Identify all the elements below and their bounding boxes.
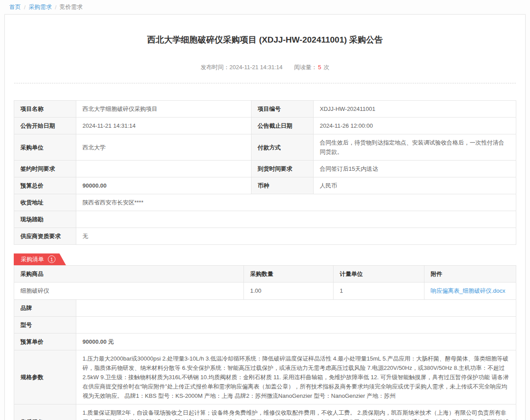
breadcrumb-current-page: 竞价需求 — [59, 3, 82, 11]
table-row: 细胞破碎仪 1.00 1 响应偏离表_细胞破碎仪.docx — [14, 283, 516, 299]
site-visit-value — [76, 211, 516, 228]
table-row: 公告开始日期 2024-11-21 14:31:14 公告截止日期 2024-1… — [14, 118, 516, 134]
table-row: 收货地址 陕西省西安市长安区**** — [14, 194, 516, 211]
delivery-time-value: 合同签订后15天内送达 — [314, 161, 516, 177]
model-label: 型号 — [14, 316, 76, 333]
specs-label: 规格参数 — [14, 350, 76, 404]
table-row: 现场踏勘 — [14, 211, 516, 228]
sign-time-value — [76, 161, 251, 177]
project-name-label: 项目名称 — [14, 101, 76, 118]
table-row: 型号 — [14, 316, 516, 333]
budget-total-value: 90000.00 — [76, 177, 251, 194]
breadcrumb-purchase-demand-link[interactable]: 采购需求 — [29, 3, 52, 11]
announce-start-value: 2024-11-21 14:31:14 — [76, 118, 251, 134]
after-sales-value: 1.质量保证期限2年，自设备现场验收之日起计算；设备终身免费维护，维修仅收取配件… — [76, 404, 516, 420]
col-header-unit: 计量单位 — [334, 266, 424, 283]
delivery-address-label: 收货地址 — [14, 194, 76, 211]
unit-price-value: 90000.00 元 — [76, 333, 516, 350]
purchase-list-ribbon-label: 采购清单 — [21, 255, 44, 263]
table-row: 采购单位 西北大学 付款方式 合同生效后，待货物到达指定地点、安装调试验收合格后… — [14, 134, 516, 161]
col-header-product: 采购商品 — [14, 266, 244, 283]
unit-price-label: 预算单价 — [14, 333, 76, 350]
breadcrumb-separator: / — [24, 4, 26, 11]
col-header-quantity: 采购数量 — [244, 266, 334, 283]
brand-value — [76, 299, 516, 316]
currency-value: 人民币 — [314, 177, 516, 194]
payment-method-value: 合同生效后，待货物到达指定地点、安装调试验收合格后，一次性付清合同货款。 — [314, 134, 516, 161]
supplier-qualification-label: 供应商资质要求 — [14, 228, 76, 245]
supplier-qualification-value: 无 — [76, 228, 516, 245]
project-code-label: 项目编号 — [251, 101, 314, 118]
announce-start-label: 公告开始日期 — [14, 118, 76, 134]
after-sales-label: 售后服务 — [14, 404, 76, 420]
views-count: 5 — [317, 64, 322, 71]
project-name-value: 西北大学细胞破碎仪采购项目 — [76, 101, 251, 118]
delivery-time-label: 到货时间要求 — [251, 161, 314, 177]
purchase-list-ribbon: 采购清单 1 — [14, 253, 66, 265]
publish-time-value: 2024-11-21 14:31:14 — [229, 64, 283, 71]
purchase-list-table: 采购商品 采购数量 计量单位 附件 细胞破碎仪 1.00 1 响应偏离表_细胞破… — [14, 265, 516, 420]
sign-time-label: 签约时间要求 — [14, 161, 76, 177]
purchaser-label: 采购单位 — [14, 134, 76, 161]
publish-time-label: 发布时间： — [200, 64, 229, 71]
currency-label: 币种 — [251, 177, 314, 194]
announcement-meta: 发布时间：2024-11-21 14:31:14阅读量：5 次 — [5, 63, 525, 71]
table-header-row: 采购商品 采购数量 计量单位 附件 — [14, 266, 516, 283]
model-value — [76, 316, 516, 333]
table-row: 签约时间要求 到货时间要求 合同签订后15天内送达 — [14, 161, 516, 177]
breadcrumb-separator: / — [55, 4, 57, 11]
project-code-value: XDJJ-HW-202411001 — [314, 101, 516, 118]
payment-method-label: 付款方式 — [251, 134, 314, 161]
table-row: 预算总价 90000.00 币种 人民币 — [14, 177, 516, 194]
col-header-attachment: 附件 — [424, 266, 516, 283]
table-row: 售后服务 1.质量保证期限2年，自设备现场验收之日起计算；设备终身免费维护，维修… — [14, 404, 516, 420]
views-label: 阅读量： — [294, 64, 317, 71]
item-unit-value: 1 — [334, 283, 424, 299]
attachment-link[interactable]: 响应偏离表_细胞破碎仪.docx — [431, 287, 505, 294]
item-quantity-value: 1.00 — [244, 283, 334, 299]
announcement-card: 西北大学细胞破碎仪采购项目 (XDJJ-HW-202411001) 采购公告 发… — [4, 14, 526, 420]
site-visit-label: 现场踏勘 — [14, 211, 76, 228]
table-row: 预算单价 90000.00 元 — [14, 333, 516, 350]
purchaser-value: 西北大学 — [76, 134, 251, 161]
announce-end-label: 公告截止日期 — [251, 118, 314, 134]
announcement-body: 项目名称 西北大学细胞破碎仪采购项目 项目编号 XDJJ-HW-20241100… — [5, 83, 525, 420]
page-title: 西北大学细胞破碎仪采购项目 (XDJJ-HW-202411001) 采购公告 — [5, 34, 525, 46]
announcement-header: 西北大学细胞破碎仪采购项目 (XDJJ-HW-202411001) 采购公告 发… — [5, 15, 525, 71]
announce-end-value: 2024-11-26 12:00:00 — [314, 118, 516, 134]
delivery-address-value: 陕西省西安市长安区**** — [76, 194, 516, 211]
brand-label: 品牌 — [14, 299, 76, 316]
budget-total-label: 预算总价 — [14, 177, 76, 194]
table-row: 品牌 — [14, 299, 516, 316]
breadcrumb: 首页 / 采购需求 / 竞价需求 — [0, 0, 530, 14]
project-info-table: 项目名称 西北大学细胞破碎仪采购项目 项目编号 XDJJ-HW-20241100… — [14, 100, 516, 245]
breadcrumb-home-link[interactable]: 首页 — [9, 3, 21, 11]
purchase-list-count-badge: 1 — [48, 255, 55, 263]
table-row: 供应商资质要求 无 — [14, 228, 516, 245]
specs-value: 1.压力最大2000bar或30000psi 2.处理量3-10L/h 3.低温… — [76, 350, 516, 404]
table-row: 项目名称 西北大学细胞破碎仪采购项目 项目编号 XDJJ-HW-20241100… — [14, 101, 516, 118]
table-row: 规格参数 1.压力最大2000bar或30000psi 2.处理量3-10L/h… — [14, 350, 516, 404]
views-unit: 次 — [324, 64, 330, 71]
item-product-value: 细胞破碎仪 — [14, 283, 244, 299]
